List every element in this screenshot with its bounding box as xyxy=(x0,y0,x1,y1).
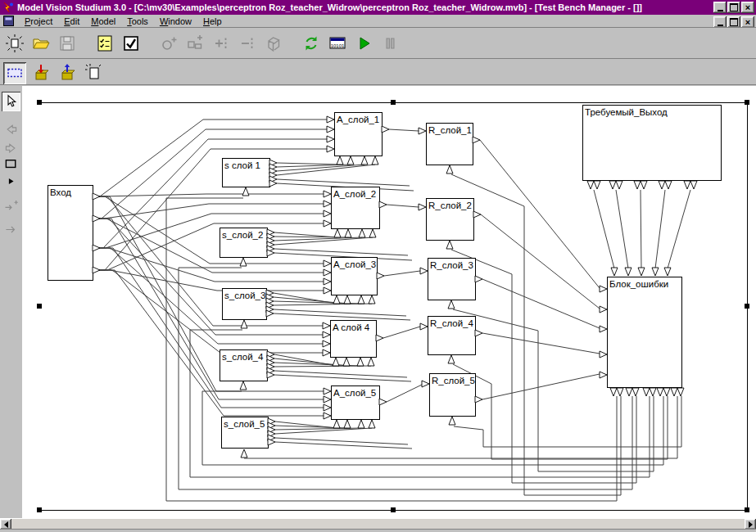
block-r-sloy-5[interactable]: R_слой_5 xyxy=(422,373,482,425)
selection-handle[interactable] xyxy=(391,100,396,105)
selection-handle[interactable] xyxy=(37,304,42,309)
selection-handle[interactable] xyxy=(745,100,749,105)
port-arrow[interactable] xyxy=(369,295,375,304)
connection-line[interactable] xyxy=(93,248,324,282)
port-arrow[interactable] xyxy=(376,335,383,341)
port-arrow[interactable] xyxy=(369,420,375,428)
port-arrow[interactable] xyxy=(665,181,672,189)
port-arrow[interactable] xyxy=(240,258,247,266)
connection-line[interactable] xyxy=(93,119,327,196)
port-arrow[interactable] xyxy=(93,215,100,222)
port-arrow[interactable] xyxy=(324,269,331,276)
port-arrow[interactable] xyxy=(333,295,340,304)
port-arrow[interactable] xyxy=(359,229,365,237)
block-r-sloy-3[interactable]: R_слой_3 xyxy=(420,258,482,309)
connection-line[interactable] xyxy=(668,190,690,268)
verify-model-button[interactable] xyxy=(120,33,143,55)
port-arrow[interactable] xyxy=(324,220,331,227)
port-arrow[interactable] xyxy=(600,286,607,292)
connection-line[interactable] xyxy=(93,270,323,353)
port-arrow[interactable] xyxy=(337,156,343,165)
selection-handle[interactable] xyxy=(37,507,42,512)
port-arrow[interactable] xyxy=(609,181,616,189)
port-arrow[interactable] xyxy=(242,187,249,196)
debug-window-button[interactable]: 10101 xyxy=(326,33,349,55)
connection-line[interactable] xyxy=(480,140,600,288)
connection-line[interactable] xyxy=(616,190,628,268)
menu-edit[interactable]: Edit xyxy=(58,16,85,27)
connection-line[interactable] xyxy=(594,190,614,268)
connection-line[interactable] xyxy=(482,374,600,399)
port-arrow[interactable] xyxy=(446,165,453,174)
connection-line[interactable] xyxy=(274,366,371,367)
port-arrow[interactable] xyxy=(650,388,656,396)
port-arrow[interactable] xyxy=(475,276,482,282)
port-arrow[interactable] xyxy=(617,388,623,396)
port-arrow[interactable] xyxy=(626,388,632,396)
connection-line[interactable] xyxy=(274,304,372,305)
port-arrow[interactable] xyxy=(422,381,429,387)
new-model-button[interactable] xyxy=(3,33,26,55)
port-arrow[interactable] xyxy=(664,268,671,276)
connection-line[interactable] xyxy=(482,333,600,354)
port-arrow[interactable] xyxy=(324,404,331,411)
virtual-bench-button[interactable] xyxy=(3,62,26,84)
connection-line[interactable] xyxy=(93,214,324,248)
port-arrow[interactable] xyxy=(600,372,607,378)
block-a-sloy-2[interactable]: A_слой_2 xyxy=(324,187,387,237)
port-arrow[interactable] xyxy=(379,399,387,405)
port-arrow[interactable] xyxy=(324,278,331,285)
menu-model[interactable]: Model xyxy=(85,16,121,27)
port-arrow[interactable] xyxy=(611,268,618,276)
port-arrow[interactable] xyxy=(323,349,330,356)
port-arrow[interactable] xyxy=(671,388,677,396)
port-arrow[interactable] xyxy=(420,323,428,330)
port-arrow[interactable] xyxy=(632,388,639,396)
connection-line[interactable] xyxy=(93,219,323,335)
port-arrow[interactable] xyxy=(448,355,455,363)
port-arrow[interactable] xyxy=(93,267,100,273)
port-arrow[interactable] xyxy=(652,268,659,276)
port-arrow[interactable] xyxy=(690,181,697,189)
port-arrow[interactable] xyxy=(324,260,331,267)
port-arrow[interactable] xyxy=(641,181,647,189)
run-button[interactable] xyxy=(352,33,375,55)
mdi-close-button[interactable]: × xyxy=(741,16,754,28)
port-arrow[interactable] xyxy=(324,287,331,294)
block-vhod[interactable]: Вход xyxy=(48,185,100,280)
port-arrow[interactable] xyxy=(343,358,350,366)
port-arrow[interactable] xyxy=(327,136,334,142)
connection-line[interactable] xyxy=(454,396,681,447)
port-arrow[interactable] xyxy=(368,358,374,366)
port-arrow[interactable] xyxy=(473,211,481,218)
port-arrow[interactable] xyxy=(625,268,632,276)
port-arrow[interactable] xyxy=(684,181,690,189)
port-arrow[interactable] xyxy=(475,330,482,336)
port-arrow[interactable] xyxy=(333,358,339,366)
port-arrow[interactable] xyxy=(241,320,247,328)
port-arrow[interactable] xyxy=(377,273,384,279)
new-sheet-button[interactable] xyxy=(82,62,105,84)
port-arrow[interactable] xyxy=(600,351,607,358)
save-state-button[interactable] xyxy=(29,62,52,84)
block-a-sloy-3[interactable]: A_слой_3 xyxy=(324,257,384,304)
block-a-sloy-1[interactable]: A_слой_1 xyxy=(327,112,389,165)
port-arrow[interactable] xyxy=(600,326,607,332)
connection-line[interactable] xyxy=(389,129,419,131)
port-arrow[interactable] xyxy=(327,146,334,152)
port-arrow[interactable] xyxy=(327,126,334,133)
connection-line[interactable] xyxy=(383,327,420,338)
connection-line[interactable] xyxy=(93,219,324,399)
port-arrow[interactable] xyxy=(473,137,480,143)
connection-line[interactable] xyxy=(274,309,406,316)
port-arrow[interactable] xyxy=(657,388,663,396)
minimize-button[interactable] xyxy=(713,2,727,13)
port-arrow[interactable] xyxy=(449,417,455,425)
port-arrow[interactable] xyxy=(361,156,368,165)
port-arrow[interactable] xyxy=(324,388,331,394)
selection-handle[interactable] xyxy=(745,507,749,512)
port-arrow[interactable] xyxy=(643,388,650,396)
port-arrow[interactable] xyxy=(334,229,341,237)
connection-line[interactable] xyxy=(275,442,412,449)
port-arrow[interactable] xyxy=(600,306,607,313)
